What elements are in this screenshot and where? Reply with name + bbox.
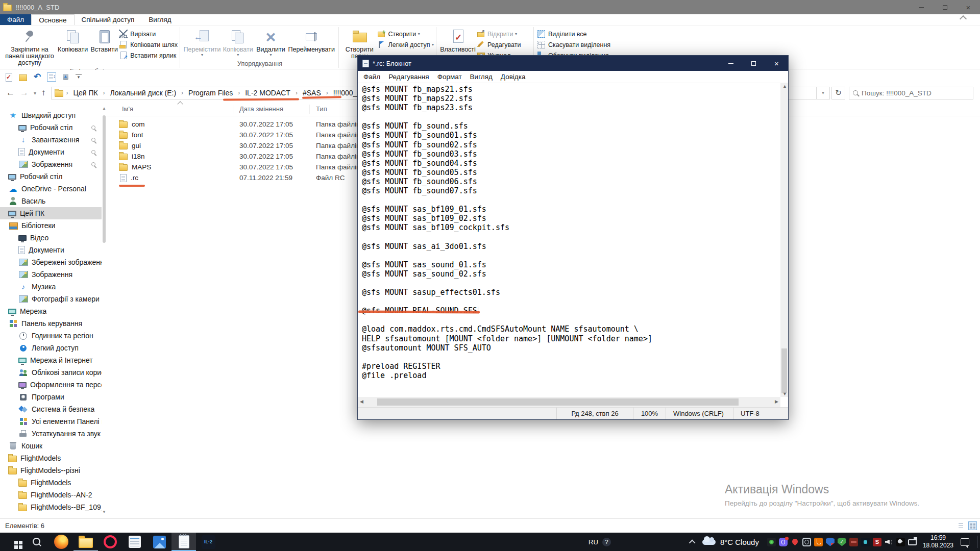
scroll-up-icon[interactable]: ▲ [102, 106, 107, 111]
qat-view-icon[interactable] [47, 72, 56, 82]
defender-icon[interactable] [826, 538, 835, 546]
sidebar-item[interactable]: Облікові записи користувачів [0, 366, 102, 379]
qat-properties-icon[interactable] [4, 72, 13, 82]
viber-icon[interactable] [779, 538, 788, 546]
sidebar-item[interactable]: Система й безпека [0, 403, 102, 415]
delete-button[interactable]: Видалити ▾ [255, 27, 286, 60]
column-header-name[interactable]: Ім'я [107, 105, 233, 114]
sidebar-item[interactable]: FlightModels [0, 452, 102, 464]
clock[interactable]: 16:59 18.08.2023 [923, 534, 953, 549]
menu-item[interactable]: Формат [433, 73, 466, 81]
refresh-icon[interactable]: ↻ [831, 87, 845, 99]
large-icons-view-icon[interactable] [968, 521, 977, 530]
weather-widget[interactable]: 8°C Cloudy [702, 538, 759, 546]
scroll-left-icon[interactable]: ◀ [360, 399, 363, 404]
capture-icon[interactable] [802, 538, 811, 546]
address-dropdown-icon[interactable]: ▾ [817, 87, 830, 99]
menu-item[interactable]: Довідка [497, 73, 530, 81]
sidebar-item[interactable]: Мережа [0, 305, 102, 317]
sidebar-item[interactable]: Зображення [0, 158, 102, 170]
sidebar-item[interactable]: Легкий доступ [0, 342, 102, 354]
cut-button[interactable]: Вирізати [119, 29, 178, 39]
search-input[interactable]: Пошук: !!!!000_A_STD [849, 87, 973, 99]
copy-path-button[interactable]: Копіювати шлях [119, 39, 178, 50]
sidebar-item[interactable]: Робочий стіл [0, 170, 102, 183]
sidebar-item[interactable]: Устаткування та звук [0, 428, 102, 440]
hidden-icons-chevron[interactable] [689, 539, 696, 546]
breadcrumb-segment[interactable]: Program Files› [186, 89, 243, 97]
satellite-icon[interactable] [896, 538, 905, 546]
scroll-up-icon[interactable]: ▲ [782, 84, 787, 89]
paste-button[interactable]: Вставити [89, 27, 119, 67]
minimize-button[interactable] [910, 0, 933, 14]
sidebar-item[interactable]: Відео [0, 232, 102, 244]
shieldok-icon[interactable] [838, 538, 846, 546]
breadcrumb-segment[interactable]: Локальний диск (E:)› [108, 89, 186, 97]
sidebar-item[interactable]: Годинник та регіон [0, 330, 102, 342]
radmin-icon[interactable] [767, 538, 776, 546]
taskbar-app[interactable] [147, 533, 172, 551]
menu-item[interactable]: Файл [359, 73, 384, 81]
ribbon-tab[interactable]: Основне [31, 14, 74, 25]
rename-button[interactable]: Перейменувати [286, 27, 336, 60]
pin-to-quick-access-button[interactable]: Закріпити на панелі швидкого доступу [3, 27, 56, 67]
sidebar-item[interactable]: Цей ПК [0, 207, 102, 219]
netdisplay-icon[interactable] [908, 539, 917, 545]
back-button[interactable]: ← [6, 88, 15, 98]
ribbon-tab[interactable]: Спільний доступ [75, 14, 142, 25]
forward-button[interactable]: → [20, 88, 29, 98]
taskbar-app[interactable] [49, 533, 74, 551]
notepad-horizontal-scrollbar[interactable]: ◀ ▶ [358, 397, 780, 407]
sidebar-item[interactable]: FlightModels--AN-2 [0, 489, 102, 501]
new-item-button[interactable]: Створити ▾ [377, 29, 434, 39]
ribbon-tab[interactable]: Вигляд [141, 14, 178, 25]
qat-recycle-bin-icon[interactable] [61, 72, 70, 82]
sidebar-item[interactable]: Документи [0, 146, 102, 158]
select-none-button[interactable]: Скасувати виділення [537, 39, 610, 50]
sidebar-scrollbar[interactable]: ▲ ▼ [102, 106, 107, 514]
menu-item[interactable]: Редагування [384, 73, 433, 81]
help-icon[interactable]: ? [602, 538, 611, 546]
scroll-down-icon[interactable]: ▼ [782, 391, 787, 396]
notepad-text-area[interactable]: @sfs MOUNT fb_maps21.sfs@sfs MOUNT fb_ma… [358, 83, 780, 397]
notepad-close-button[interactable]: × [765, 56, 788, 71]
taskbar-app[interactable] [98, 533, 122, 551]
edit-button[interactable]: Редагувати [476, 39, 521, 50]
sidebar-item[interactable]: Робочий стіл [0, 121, 102, 134]
details-view-icon[interactable] [957, 521, 965, 530]
action-center-icon[interactable] [961, 538, 969, 546]
taskbar-app[interactable] [196, 533, 220, 551]
scrollbar-thumb[interactable] [781, 348, 787, 393]
taskbar-search-button[interactable] [24, 533, 49, 551]
volume-icon[interactable] [885, 538, 893, 546]
sidebar-item[interactable]: FlightModels--BF_109_HA [0, 501, 102, 513]
open-button[interactable]: Відкрити ▾ [476, 29, 521, 39]
move-to-button[interactable]: Перемістити ▾ [183, 27, 221, 60]
qat-new-folder-icon[interactable] [18, 72, 28, 82]
breadcrumb-segment[interactable]: #SAS› [301, 89, 331, 97]
taskbar-app[interactable] [172, 533, 196, 551]
start-button[interactable] [0, 533, 24, 551]
show-desktop-button[interactable] [977, 536, 978, 548]
copy-to-button[interactable]: Копіювати ▾ [221, 27, 255, 60]
mappin-icon[interactable] [791, 538, 799, 546]
menu-item[interactable]: Вигляд [466, 73, 497, 81]
sidebar-item[interactable]: Зображення [0, 268, 102, 281]
select-all-button[interactable]: Виділити все [537, 29, 610, 39]
aimp-icon[interactable] [861, 538, 870, 546]
easy-access-button[interactable]: Легкий доступ ▾ [377, 39, 434, 50]
scrollbar-thumb[interactable] [377, 398, 739, 406]
maximize-button[interactable] [933, 0, 957, 14]
sidebar-item[interactable]: Оформлення та персоналізація [0, 379, 102, 391]
notepad-minimize-button[interactable] [719, 56, 742, 71]
sidebar-item[interactable]: Музика [0, 281, 102, 293]
sidebar-item[interactable]: Усі елементи Панелі керування [0, 415, 102, 428]
sidebar-item[interactable]: Василь [0, 195, 102, 207]
sidebar-item[interactable]: Збережені зображення [0, 256, 102, 268]
sidebar-item[interactable]: Програми [0, 391, 102, 403]
notepad-maximize-button[interactable] [742, 56, 765, 71]
sidebar-item[interactable]: FlightModels--різні [0, 464, 102, 477]
close-button[interactable]: × [957, 0, 980, 14]
sidebar-item[interactable]: Документи [0, 244, 102, 256]
sidebar-item[interactable]: Бібліотеки [0, 219, 102, 232]
